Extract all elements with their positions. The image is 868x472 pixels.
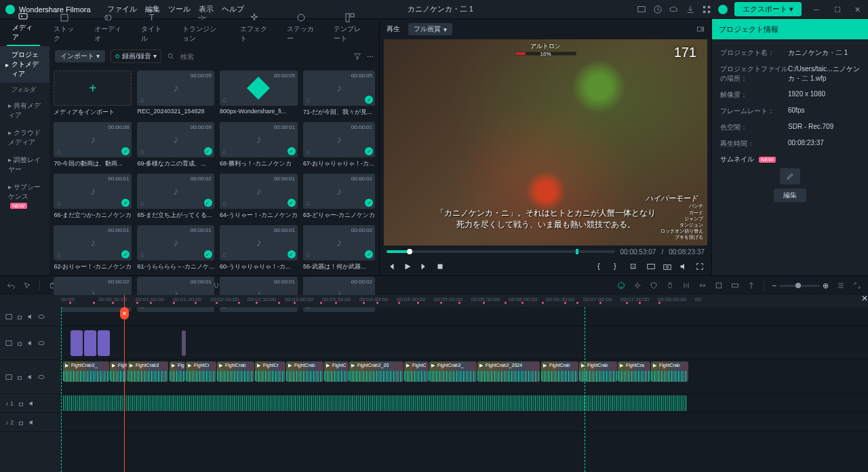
record-dropdown[interactable]: 録画/録音 ▾ (111, 50, 161, 63)
audio-mix-icon[interactable] (682, 281, 690, 290)
import-dropdown[interactable]: インポート ▾ (55, 50, 105, 62)
track-header-audio1[interactable]: ♪ 1 (0, 394, 61, 413)
fullscreen-icon[interactable] (695, 262, 705, 271)
lock-icon[interactable] (16, 374, 23, 380)
tab-stock[interactable]: ストック (48, 9, 81, 46)
track-overlay[interactable] (61, 307, 868, 326)
sidebar-cloud-media[interactable]: ▸ クラウド メディア (0, 124, 50, 151)
media-thumb[interactable]: 00:00:01♪♫✓60-うりゃりゃりゃ！-カ... (220, 225, 298, 271)
audio-clip[interactable] (63, 395, 687, 411)
sidebar-adjustment-layers[interactable]: ▸ 調整レイヤー (0, 151, 50, 178)
eye-icon[interactable] (38, 313, 45, 320)
video-clip[interactable]: FightCrab2_ (429, 361, 477, 382)
ai-smiley-icon[interactable] (617, 281, 625, 290)
video-clip[interactable]: FightCrab2_ (63, 361, 109, 382)
video-clip[interactable]: FightC (404, 361, 429, 382)
snap-icon[interactable] (747, 281, 755, 290)
media-thumb[interactable]: 00:00:01♪♫✓63-どりゃー-カニノケンカ (303, 174, 375, 220)
search-input[interactable] (180, 53, 235, 60)
media-thumb[interactable]: 00:00:01♪♫✓62-おりゃー！-カニノケンカ (54, 225, 132, 271)
zoom-slider[interactable] (779, 285, 820, 287)
filter-icon[interactable] (353, 52, 361, 60)
download-icon[interactable] (686, 5, 695, 14)
preview-viewport[interactable]: アルトロン 16% 171 ハイパーモード 「カニノケンカ・ニ」。それはヒトとカ… (384, 39, 707, 245)
snapshot-icon[interactable] (696, 25, 705, 33)
stop-icon[interactable] (435, 262, 445, 271)
track-header-broll[interactable] (0, 326, 61, 360)
playhead[interactable]: ✕ (124, 295, 125, 472)
media-thumb[interactable]: 00:00:08♪♫✓70-今回の動画は、動画... (54, 122, 132, 168)
mute-icon[interactable] (27, 340, 34, 347)
mute-icon[interactable] (27, 374, 34, 380)
undo-icon[interactable] (7, 281, 15, 290)
minimize-button[interactable]: ─ (814, 5, 822, 14)
video-clip[interactable]: FightCrab2 (127, 361, 168, 382)
prev-frame-icon[interactable] (387, 262, 396, 271)
video-clip[interactable]: FightCrab (286, 361, 323, 382)
sidebar-subsequence[interactable]: ▸ サブシーケンスNEW (0, 178, 50, 213)
track-header-overlay[interactable] (0, 307, 61, 326)
pointer-icon[interactable] (23, 281, 31, 290)
quality-dropdown[interactable]: フル画質 ▾ (408, 23, 452, 35)
video-clip[interactable]: FightC (324, 361, 349, 382)
media-thumb[interactable]: 00:00:09♪♫✓69-多様なカニの育成、... (137, 122, 214, 168)
eye-icon[interactable] (38, 374, 45, 380)
video-clip[interactable]: FightCrab (541, 361, 578, 382)
broll-clip[interactable] (71, 330, 83, 356)
media-thumb[interactable]: 00:00:01♪♫✓67-おりゃりゃりゃ！-カ... (303, 122, 375, 168)
tab-templates[interactable]: テンプレート (328, 9, 372, 46)
lock-icon[interactable] (16, 313, 23, 320)
track-audio2[interactable] (61, 413, 868, 432)
user-avatar[interactable] (718, 5, 728, 14)
mute-icon[interactable] (28, 400, 35, 407)
playhead-handle[interactable]: ✕ (120, 307, 129, 319)
zoom-in-icon[interactable]: ⊕ (823, 281, 829, 290)
camera-icon[interactable] (663, 262, 672, 271)
tab-media[interactable]: メディア (7, 8, 40, 46)
media-thumb[interactable]: 00:00:01♪♫✓64-うりゃー！-カニノケンカ (220, 174, 298, 220)
clip-icon[interactable] (731, 281, 739, 290)
render-icon[interactable] (715, 281, 723, 290)
video-clip[interactable]: FightCr (255, 361, 285, 382)
history-icon[interactable] (653, 5, 663, 14)
mute-icon[interactable] (28, 419, 35, 426)
gear-icon[interactable] (633, 281, 642, 290)
track-broll[interactable] (61, 326, 868, 360)
broll-clip[interactable] (98, 330, 110, 356)
timeline-ruler[interactable]: ✕ 00:0000:00:30:0000:01:00:0000:01:30:00… (61, 295, 868, 307)
timeline-tracks[interactable]: ✕ 00:0000:00:30:0000:01:00:0000:01:30:00… (61, 295, 868, 472)
media-thumb[interactable]: 00:00:01♪♫✓61-うらららら～-カニノケ... (137, 225, 214, 271)
video-clip[interactable]: FightCra (618, 361, 650, 382)
video-clip[interactable]: FightCrab2_2024 (477, 361, 540, 382)
shield-icon[interactable] (650, 281, 658, 290)
media-thumb[interactable]: 00:00:05♫800px-Wondershare_fi... (220, 71, 298, 117)
ripple-icon[interactable] (698, 281, 707, 290)
eye-icon[interactable] (38, 340, 45, 347)
media-thumb[interactable]: 00:00:05♪♫REC_20240321_154828 (137, 71, 214, 117)
brace-close-icon[interactable]: } (614, 262, 623, 271)
thumbnail-edit-icon[interactable] (780, 168, 800, 184)
fit-icon[interactable] (853, 281, 861, 290)
brace-open-icon[interactable]: { (597, 262, 607, 271)
tab-titles[interactable]: Tタイトル (136, 9, 169, 46)
play-icon[interactable] (403, 262, 412, 271)
track-video[interactable]: FightCrab2_FighFightCrab2FigFightCrFight… (61, 360, 868, 394)
safe-zone-icon[interactable]: ⊡ (630, 262, 639, 271)
broll-clip[interactable] (182, 330, 186, 356)
broll-clip[interactable] (84, 330, 96, 356)
close-button[interactable]: ✕ (854, 5, 863, 14)
mute-icon[interactable] (27, 313, 34, 320)
tab-stickers[interactable]: ステッカー (281, 9, 320, 46)
grid-icon[interactable] (702, 5, 711, 14)
media-thumb[interactable]: 00:00:01♪♫✓66-まだ立つか-カニノケンカ (54, 174, 132, 220)
device-icon[interactable] (637, 5, 646, 14)
lock-icon[interactable] (18, 419, 24, 426)
lock-icon[interactable] (18, 400, 24, 407)
aspect-icon[interactable] (646, 262, 656, 271)
tab-audio[interactable]: オーディオ (89, 9, 127, 46)
track-header-video[interactable] (0, 360, 61, 394)
zoom-out-icon[interactable]: − (772, 281, 776, 290)
sidebar-project-media[interactable]: ▸ プロジェクトメディア (0, 46, 50, 83)
video-clip[interactable]: FightCrab (651, 361, 688, 382)
media-thumb[interactable]: 00:00:01♪♫✓68-勝利っ！-カニノケンカ (220, 122, 298, 168)
